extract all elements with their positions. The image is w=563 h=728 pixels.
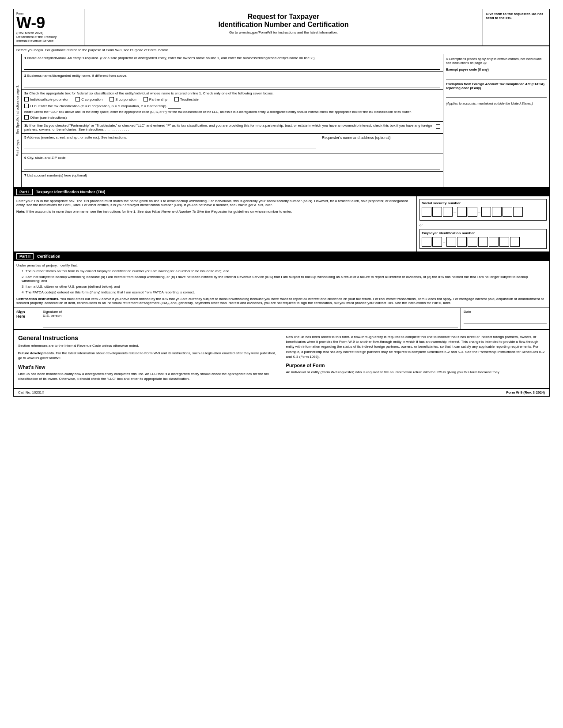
part1-title: Taxpayer Identification Number (TIN) bbox=[36, 190, 106, 194]
sidebar-instructions: Print or type. See Specific Instructions… bbox=[14, 54, 22, 187]
field-3a-section: 3a Check the appropriate box for federal… bbox=[22, 90, 443, 122]
sign-here-text: SignHere bbox=[16, 310, 37, 319]
signature-line[interactable] bbox=[43, 319, 458, 327]
form-number: W-9 bbox=[16, 15, 45, 31]
field-2-input[interactable] bbox=[24, 79, 440, 87]
ein-box-9[interactable] bbox=[510, 237, 520, 247]
ein-box-5[interactable] bbox=[468, 237, 477, 247]
cert-item-2: 2. I am not subject to backup withholdin… bbox=[22, 275, 547, 283]
llc-input[interactable] bbox=[168, 103, 181, 109]
cb-llc-box[interactable] bbox=[24, 104, 29, 108]
ssn-box-5[interactable] bbox=[468, 207, 477, 217]
rev-date: (Rev. March 2024) bbox=[16, 31, 81, 35]
ssn-box-6[interactable] bbox=[481, 207, 491, 217]
sig-label: Signature of U.S. person bbox=[43, 310, 458, 318]
other-row: Other (see instructions) bbox=[24, 115, 440, 120]
ein-box-4[interactable] bbox=[457, 237, 467, 247]
form-identification: Form W-9 (Rev. March 2024) Department of… bbox=[14, 9, 84, 45]
ssn-box-8[interactable] bbox=[503, 207, 512, 217]
purpose-title: Purpose of Form bbox=[286, 363, 545, 368]
ssn-box-1[interactable] bbox=[422, 207, 431, 217]
field-3a-label: 3a Check the appropriate box for federal… bbox=[24, 91, 440, 95]
ein-label: Employer identification number bbox=[422, 231, 544, 235]
ssn-box-7[interactable] bbox=[492, 207, 502, 217]
gi-left-column: General Instructions Section references … bbox=[18, 334, 277, 384]
ein-section: Employer identification number – bbox=[419, 229, 547, 249]
part2-body: Under penalties of perjury, I certify th… bbox=[14, 261, 549, 308]
payee-code-label: Exempt payee code (if any) bbox=[446, 68, 547, 71]
exemptions-panel: 4 Exemptions (codes apply only to certai… bbox=[443, 54, 549, 187]
ein-box-1[interactable] bbox=[422, 237, 431, 247]
part1-instructions: Enter your TIN in the appropriate box. T… bbox=[14, 196, 417, 251]
before-begin-text: Before you begin. For guidance related t… bbox=[16, 48, 168, 52]
tax-classification-checkboxes: Individual/sole proprietor C corporation… bbox=[24, 97, 440, 101]
ssn-section: Social security number – – bbox=[419, 199, 547, 221]
part1-label: Part I bbox=[16, 189, 33, 195]
part2-label: Part II bbox=[16, 253, 34, 259]
purpose-para: An individual or entity (Form W-9 reques… bbox=[286, 370, 545, 375]
field-6-label: 6 City, state, and ZIP code bbox=[24, 156, 440, 160]
field-1-input[interactable] bbox=[24, 62, 440, 70]
gi-right-para1: New line 3b has been added to this form.… bbox=[286, 334, 545, 359]
field-3b-checkbox[interactable] bbox=[436, 124, 440, 129]
ein-box-3[interactable] bbox=[446, 237, 456, 247]
date-line[interactable] bbox=[464, 315, 547, 323]
cb-scorp[interactable]: S corporation bbox=[110, 97, 136, 101]
ein-box-6[interactable] bbox=[478, 237, 488, 247]
part2-title: Certification bbox=[37, 254, 60, 259]
field-1-label: 1 Name of entity/individual. An entry is… bbox=[24, 56, 440, 60]
exemptions-title: 4 Exemptions (codes apply only to certai… bbox=[446, 57, 547, 65]
sidebar-text: Print or type. See Specific Instructions… bbox=[16, 85, 19, 156]
ein-box-7[interactable] bbox=[489, 237, 499, 247]
certification-list: 1. The number shown on this form is my c… bbox=[22, 269, 547, 294]
sign-fields: Signature of U.S. person Date bbox=[40, 308, 549, 329]
whats-new-para: Line 3a has been modified to clarify how… bbox=[18, 372, 277, 381]
ein-box-2[interactable] bbox=[432, 237, 442, 247]
field-6-input[interactable] bbox=[24, 161, 440, 169]
ssn-box-2[interactable] bbox=[432, 207, 442, 217]
website-link: Go to www.irs.gov/FormW9 for instruction… bbox=[89, 30, 478, 34]
page-footer: Cat. No. 10231X Form W-9 (Rev. 3-2024) bbox=[14, 388, 549, 396]
payee-code-input[interactable] bbox=[446, 73, 547, 79]
cb-ccorp-box[interactable] bbox=[76, 97, 80, 101]
cb-trust-box[interactable] bbox=[174, 97, 179, 101]
cb-partnership[interactable]: Partnership bbox=[144, 97, 167, 101]
form-title-2: Identification Number and Certification bbox=[89, 21, 478, 29]
part1-body: Enter your TIN in the appropriate box. T… bbox=[14, 196, 549, 252]
requester-section: Requester's name and address (optional) bbox=[319, 134, 443, 154]
field-5-6-row: 5 Address (number, street, and apt. or s… bbox=[22, 134, 443, 154]
llc-row: LLC. Enter the tax classification (C = C… bbox=[24, 103, 440, 109]
signature-area: Signature of U.S. person bbox=[40, 308, 461, 329]
cb-individual[interactable]: Individual/sole proprietor bbox=[24, 97, 68, 101]
field-6-section: 6 City, state, and ZIP code bbox=[22, 154, 443, 172]
date-label: Date bbox=[464, 310, 547, 314]
llc-note: Note: Check the "LLC" box above and, in … bbox=[24, 110, 440, 114]
cb-ccorp[interactable]: C corporation bbox=[76, 97, 102, 101]
ssn-box-3[interactable] bbox=[443, 207, 453, 217]
field-7-label: 7 List account number(s) here (optional) bbox=[24, 173, 440, 177]
field-3b-text: 3b If on line 3a you checked "Partnershi… bbox=[24, 124, 434, 131]
cb-other-box[interactable] bbox=[24, 115, 29, 120]
under-penalties: Under penalties of perjury, I certify th… bbox=[16, 263, 547, 267]
fatca-input[interactable] bbox=[446, 92, 547, 98]
field-3b-section: 3b If on line 3a you checked "Partnershi… bbox=[22, 122, 443, 134]
gi-title: General Instructions bbox=[18, 334, 277, 341]
ssn-dash-1: – bbox=[453, 210, 456, 214]
cb-individual-box[interactable] bbox=[24, 97, 29, 101]
ein-dash: – bbox=[443, 240, 446, 244]
ein-box-8[interactable] bbox=[499, 237, 509, 247]
ein-boxes: – bbox=[422, 237, 544, 247]
cb-scorp-box[interactable] bbox=[110, 97, 114, 101]
gi-future-developments: Future developments. For the latest info… bbox=[18, 351, 277, 360]
field-5-input[interactable] bbox=[24, 141, 316, 149]
cb-trust[interactable]: Trust/estate bbox=[174, 97, 199, 101]
date-area: Date bbox=[461, 308, 549, 329]
gi-right-column: New line 3b has been added to this form.… bbox=[286, 334, 545, 384]
field-2-label: 2 Business name/disregarded entity name,… bbox=[24, 74, 440, 78]
irs-label: Internal Revenue Service bbox=[16, 39, 81, 43]
cb-partnership-box[interactable] bbox=[144, 97, 148, 101]
accounts-note: (Applies to accounts maintained outside … bbox=[446, 101, 547, 105]
ssn-box-4[interactable] bbox=[457, 207, 467, 217]
gi-section-ref: Section references are to the Internal R… bbox=[18, 343, 277, 348]
ssn-box-9[interactable] bbox=[513, 207, 523, 217]
